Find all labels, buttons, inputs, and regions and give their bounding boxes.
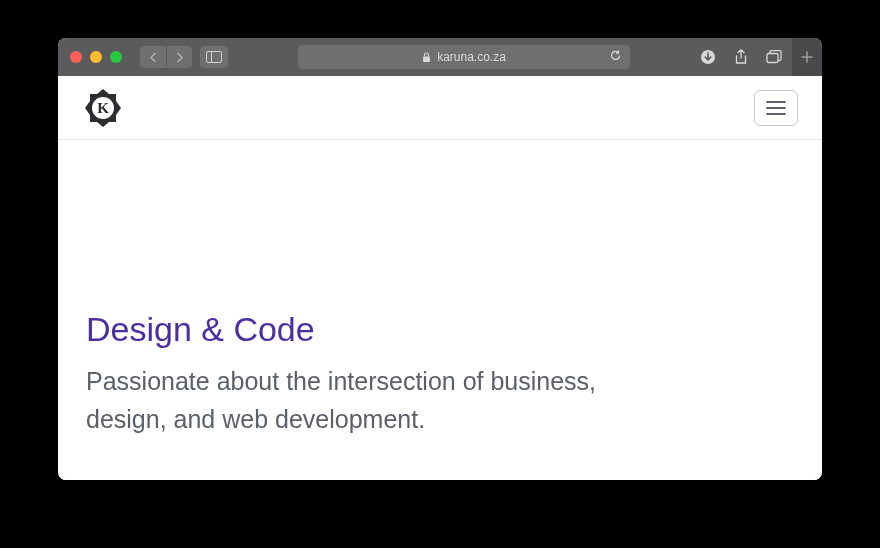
back-button[interactable]: [140, 46, 166, 68]
chevron-left-icon: [149, 52, 158, 63]
logo-icon: K: [82, 87, 124, 129]
tabs-button[interactable]: [766, 50, 782, 64]
address-bar[interactable]: karuna.co.za: [298, 45, 630, 69]
sidebar-icon: [206, 51, 222, 63]
hamburger-icon: [766, 101, 786, 115]
plus-icon: [801, 51, 813, 63]
hero-heading: Design & Code: [86, 310, 794, 349]
hero-section: Design & Code Passionate about the inter…: [58, 140, 822, 480]
sidebar-toggle-button[interactable]: [200, 46, 228, 68]
forward-button[interactable]: [166, 46, 192, 68]
page-content: K Design & Code Passionate about the int…: [58, 76, 822, 480]
window-maximize-button[interactable]: [110, 51, 122, 63]
nav-button-group: [140, 46, 192, 68]
hero-subheading: Passionate about the intersection of bus…: [86, 363, 646, 438]
chevron-right-icon: [175, 52, 184, 63]
download-icon: [700, 49, 716, 65]
svg-text:K: K: [97, 100, 109, 116]
window-minimize-button[interactable]: [90, 51, 102, 63]
tabs-icon: [766, 50, 782, 64]
toolbar-right-group: [700, 49, 782, 65]
site-logo[interactable]: K: [82, 87, 124, 129]
window-close-button[interactable]: [70, 51, 82, 63]
menu-toggle-button[interactable]: [754, 90, 798, 126]
browser-window: karuna.co.za K: [58, 38, 822, 480]
browser-titlebar: karuna.co.za: [58, 38, 822, 76]
downloads-button[interactable]: [700, 49, 716, 65]
share-button[interactable]: [734, 49, 748, 65]
reload-icon: [609, 49, 622, 62]
svg-rect-4: [767, 54, 778, 63]
url-text: karuna.co.za: [437, 50, 506, 64]
reload-button[interactable]: [609, 49, 622, 65]
window-controls: [70, 51, 122, 63]
svg-rect-0: [207, 52, 222, 63]
share-icon: [734, 49, 748, 65]
lock-icon: [422, 52, 431, 63]
svg-rect-2: [423, 56, 430, 62]
new-tab-button[interactable]: [792, 38, 822, 76]
site-navbar: K: [58, 76, 822, 140]
